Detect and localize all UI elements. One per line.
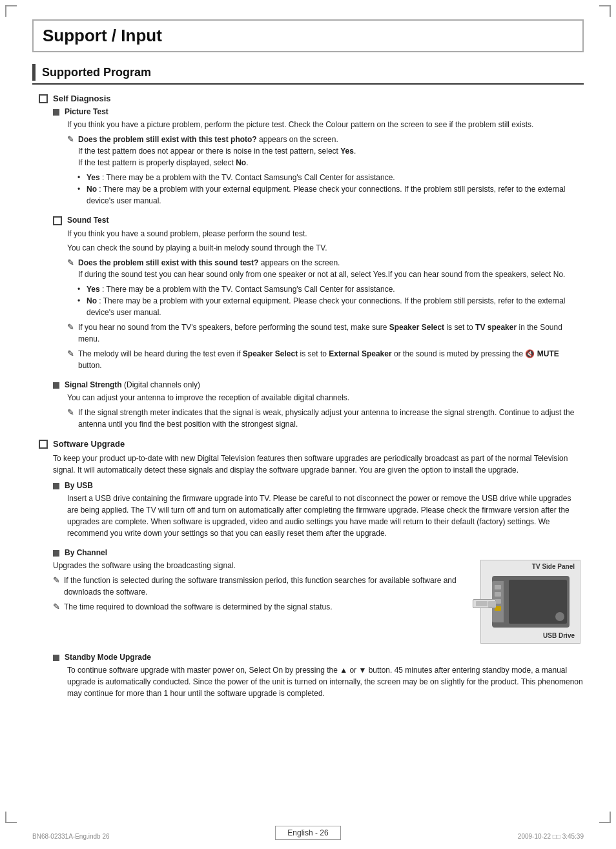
picture-test-note1-bold: Does the problem still exist with this t… [78,135,257,144]
picture-test-bullets: Yes : There may be a problem with the TV… [77,172,584,207]
checkbox-icon-sound [53,216,62,225]
self-diagnosis-title: Self Diagnosis [53,94,111,103]
picture-test-note1: ✎ Does the problem still exist with this… [67,134,584,169]
sound-test-title: Sound Test [67,216,108,225]
tv-diagram: TV Side Panel [480,560,584,644]
software-upgrade-body: To keep your product up-to-date with new… [53,453,584,476]
by-channel-note1: ✎ If the function is selected during the… [53,575,470,598]
bullet-yes-sound: Yes : There may be a problem with the TV… [77,283,584,295]
tv-side-panel-label: TV Side Panel [532,563,575,570]
software-upgrade-title: Software Upgrade [53,439,125,449]
section-title: Supported Program [42,66,151,79]
note-pencil-icon-6: ✎ [53,575,60,585]
corner-mark-br [599,812,611,823]
by-usb-body: Insert a USB drive containing the firmwa… [67,493,584,539]
tv-port-1 [495,585,501,589]
note-pencil-icon-4: ✎ [67,349,74,358]
section-bar-icon [32,64,36,81]
note-pencil-icon-7: ✎ [53,602,60,611]
standby-mode-body: To continue software upgrade with master… [67,664,584,699]
sound-test-bullets: Yes : There may be a problem with the TV… [77,283,584,318]
software-upgrade-heading: Software Upgrade [39,439,584,449]
sound-test-note1: ✎ Does the problem still exist with this… [67,257,584,280]
by-channel-heading-row: By Channel [53,548,584,557]
tv-control-button [555,612,564,621]
square-icon-picture [53,109,59,116]
section-header: Supported Program [32,64,584,85]
checkbox-icon-self-diagnosis [39,94,48,103]
signal-strength-note1: ✎ If the signal strength meter indicates… [67,407,584,430]
software-upgrade-section: Software Upgrade To keep your product up… [39,439,584,699]
signal-strength-title: Signal Strength (Digital channels only) [65,380,200,389]
bullet-yes-picture: Yes : There may be a problem with the TV… [77,172,584,183]
standby-mode-section: Standby Mode Upgrade To continue softwar… [53,653,584,699]
tv-body [492,576,570,628]
corner-mark-bl [5,812,17,823]
standby-mode-heading-row: Standby Mode Upgrade [53,653,584,662]
by-channel-text-area: Upgrades the software using the broadcas… [53,560,470,616]
by-channel-note2: ✎ The time required to download the soft… [53,601,470,613]
note-pencil-icon-1: ✎ [67,134,74,144]
by-channel-row: Upgrades the software using the broadcas… [53,560,584,644]
signal-strength-heading-row: Signal Strength (Digital channels only) [53,380,584,389]
square-icon-signal [53,382,59,389]
signal-strength-bold-title: Signal Strength [65,380,122,389]
note-pencil-icon-5: ✎ [67,407,74,417]
footer-right-meta: 2009-10-22 □□ 3:45:39 [518,833,584,840]
checkbox-icon-software [39,440,48,449]
picture-test-title: Picture Test [65,107,108,116]
main-title: Support / Input [32,19,584,52]
sound-test-heading-row: Sound Test [53,216,584,225]
self-diagnosis-heading: Self Diagnosis [39,94,584,103]
sound-test-note1-bold: Does the problem still exist with this s… [78,258,258,267]
tv-port-2 [495,592,501,597]
sound-test-note2-text: If you hear no sound from the TV's speak… [78,322,584,345]
signal-strength-note1-text: If the signal strength meter indicates t… [78,407,584,430]
sound-test-note1-text: Does the problem still exist with this s… [78,257,565,280]
self-diagnosis-section: Self Diagnosis Picture Test If you think… [39,94,584,430]
footer-page-number: English - 26 [275,826,340,840]
usb-connector [488,601,496,608]
usb-drive-label: USB Drive [543,632,575,639]
square-icon-usb [53,483,59,489]
sound-test-section: Sound Test If you think you have a sound… [53,216,584,371]
by-channel-title: By Channel [65,548,107,557]
by-channel-section: By Channel Upgrades the software using t… [53,548,584,644]
signal-digital-note: (Digital channels only) [124,380,200,389]
corner-mark-tr [599,5,611,17]
usb-body-detail [476,601,488,606]
page: Support / Input Supported Program Self D… [0,0,616,849]
picture-test-note1-text: Does the problem still exist with this t… [78,134,356,169]
by-channel-note1-text: If the function is selected during the s… [64,575,470,598]
by-channel-note2-text: The time required to download the softwa… [64,601,333,613]
content-area: Self Diagnosis Picture Test If you think… [32,94,584,699]
sound-test-body1: If you think you have a sound problem, p… [67,228,584,240]
picture-test-section: Picture Test If you think you have a pic… [53,107,584,207]
sound-test-note3: ✎ The melody will be heard during the te… [67,348,584,371]
by-usb-title: By USB [65,481,93,490]
bullet-no-picture: No : There may be a problem with your ex… [77,183,584,207]
picture-test-heading: Picture Test [53,107,584,116]
corner-mark-tl [5,5,17,17]
signal-strength-body: You can adjust your antenna to improve t… [67,392,584,404]
footer-left-meta: BN68-02331A-Eng.indb 26 [32,833,110,840]
note-pencil-icon-2: ✎ [67,258,74,267]
sound-test-note2: ✎ If you hear no sound from the TV's spe… [67,322,584,345]
square-icon-channel [53,550,59,557]
signal-strength-section: Signal Strength (Digital channels only) … [53,380,584,430]
square-icon-standby [53,655,59,661]
tv-panel-image: TV Side Panel [480,560,580,644]
sound-test-body2: You can check the sound by playing a bui… [67,242,584,254]
picture-test-body: If you think you have a picture problem,… [67,119,584,130]
sound-test-note3-text: The melody will be heard during the test… [78,348,584,371]
standby-mode-title: Standby Mode Upgrade [65,653,151,662]
tv-screen [509,580,567,624]
note-pencil-icon-3: ✎ [67,322,74,332]
usb-stick [473,599,496,608]
by-usb-section: By USB Insert a USB drive containing the… [53,481,584,539]
by-channel-body: Upgrades the software using the broadcas… [53,560,470,571]
bullet-no-sound: No : There may be a problem with your ex… [77,295,584,318]
by-usb-heading-row: By USB [53,481,584,490]
